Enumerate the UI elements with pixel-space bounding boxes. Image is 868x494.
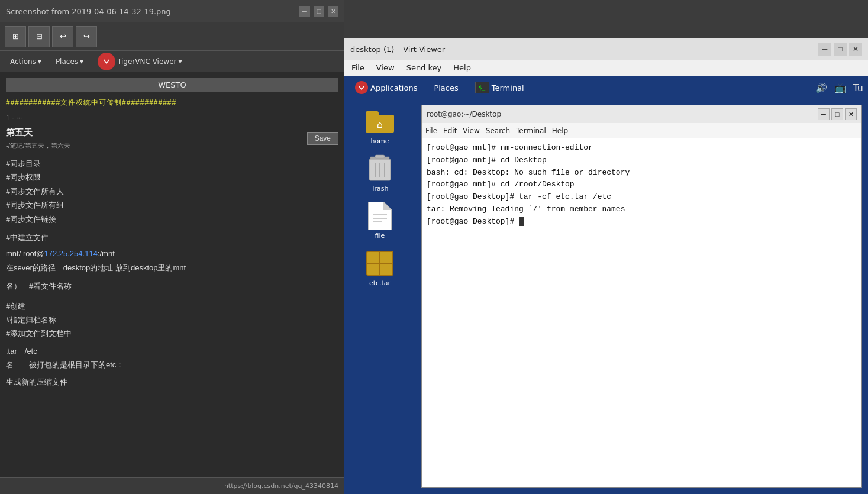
vv-menu-send-key[interactable]: Send key bbox=[404, 62, 444, 73]
term-titlebar: root@gao:~/Desktop ─ □ ✕ bbox=[422, 105, 861, 123]
content-line-10: 名） #看文件名称 bbox=[6, 279, 338, 293]
terminal-icon: $_ bbox=[475, 82, 489, 93]
vv-close-btn[interactable]: ✕ bbox=[849, 43, 862, 56]
term-cursor bbox=[519, 217, 524, 226]
term-menu-terminal[interactable]: Terminal bbox=[516, 127, 546, 135]
term-menu-edit[interactable]: Edit bbox=[443, 127, 457, 135]
content-line-6: #中建立文件 bbox=[6, 231, 338, 244]
sv-fit-btn[interactable]: ⊟ bbox=[28, 26, 50, 47]
content-line-1: #同步目录 bbox=[6, 157, 338, 170]
sv-rotate-right-btn[interactable]: ↪ bbox=[76, 26, 97, 47]
trash-folder-icon bbox=[366, 154, 394, 183]
content-line-14: .tar /etc bbox=[6, 344, 338, 358]
vv-desktop: ⌂ home Trash bbox=[344, 99, 415, 494]
term-line-6: tar: Removing leading `/' from member na… bbox=[427, 204, 857, 216]
vv-appbar-places[interactable]: Places bbox=[428, 81, 464, 95]
desktop-icon-home[interactable]: ⌂ home bbox=[356, 105, 404, 147]
save-button[interactable]: Save bbox=[307, 132, 338, 145]
term-line-1: [root@gao mnt]# nm-connection-editor bbox=[427, 142, 857, 154]
vnc-icon bbox=[98, 53, 115, 70]
vv-titlebar-controls: ─ □ ✕ bbox=[818, 43, 862, 56]
sv-minimize-btn[interactable]: ─ bbox=[299, 6, 310, 17]
home-icon-label: home bbox=[370, 137, 389, 145]
sv-footer: https://blog.csdn.net/qq_43340814 bbox=[0, 477, 344, 494]
package-icon bbox=[366, 249, 394, 277]
content-line-2: #同步权限 bbox=[6, 170, 338, 184]
virt-viewer: desktop (1) – Virt Viewer ─ □ ✕ File Vie… bbox=[344, 38, 868, 494]
sv-text-content: ############文件权统中可传制############ 1 - ···… bbox=[6, 96, 338, 389]
screenshot-viewer: Screenshot from 2019-04-06 14-32-19.png … bbox=[0, 0, 344, 494]
svg-rect-6 bbox=[375, 155, 385, 158]
desktop-icon-file[interactable]: file bbox=[356, 199, 404, 242]
term-line-3: bash: cd: Desktop: No such file or direc… bbox=[427, 167, 857, 179]
term-content[interactable]: [root@gao mnt]# nm-connection-editor [ro… bbox=[422, 138, 861, 487]
chevron-down-icon: ▾ bbox=[178, 57, 182, 66]
content-line-16: 生成新的压缩文件 bbox=[6, 375, 338, 389]
term-menubar: File Edit View Search Terminal Help bbox=[422, 123, 861, 138]
time-display: Tu bbox=[853, 82, 863, 93]
page-counter: 1 - ··· bbox=[6, 112, 338, 125]
vv-maximize-btn[interactable]: □ bbox=[834, 43, 847, 56]
terminal-window: root@gao:~/Desktop ─ □ ✕ File Edit View … bbox=[421, 105, 862, 488]
vv-appbar: Applications Places $_ Terminal 🔊 📺 Tu bbox=[344, 76, 868, 99]
vv-appbar-terminal[interactable]: $_ Terminal bbox=[469, 79, 530, 96]
footer-url: https://blog.csdn.net/qq_43340814 bbox=[224, 482, 338, 490]
term-line-4: [root@gao mnt]# cd /root/Desktop bbox=[427, 179, 857, 191]
vv-titlebar: desktop (1) – Virt Viewer ─ □ ✕ bbox=[344, 38, 868, 60]
desktop-icon-etctar[interactable]: etc.tar bbox=[356, 247, 404, 289]
sound-icon: 🔊 bbox=[815, 82, 827, 93]
term-menu-file[interactable]: File bbox=[425, 127, 437, 135]
chevron-down-icon: ▾ bbox=[38, 57, 41, 66]
vv-body: ⌂ home Trash bbox=[344, 99, 868, 494]
term-menu-search[interactable]: Search bbox=[486, 127, 510, 135]
etctar-icon-label: etc.tar bbox=[369, 279, 391, 287]
home-folder-icon: ⌂ bbox=[366, 107, 394, 135]
term-line-5: [root@gao Desktop]# tar -cf etc.tar /etc bbox=[427, 191, 857, 204]
sv-toolbar: ⊞ ⊟ ↩ ↪ bbox=[0, 22, 344, 51]
content-line-13: #添加文件到文档中 bbox=[6, 327, 338, 340]
svg-marker-11 bbox=[368, 202, 392, 230]
term-minimize-btn[interactable]: ─ bbox=[818, 108, 830, 120]
vv-menu-help[interactable]: Help bbox=[451, 62, 473, 73]
vv-title: desktop (1) – Virt Viewer bbox=[350, 45, 445, 54]
content-line-15: 名 被打包的是根目录下的etc： bbox=[6, 358, 338, 372]
sv-close-btn[interactable]: ✕ bbox=[328, 6, 338, 17]
content-line-11: #创建 bbox=[6, 299, 338, 313]
svg-rect-3 bbox=[366, 111, 379, 117]
sv-content-heading: WESTO bbox=[6, 78, 338, 92]
sv-titlebar-controls: ─ □ ✕ bbox=[299, 6, 338, 17]
sv-maximize-btn[interactable]: □ bbox=[314, 6, 324, 17]
vv-appbar-right: 🔊 📺 Tu bbox=[815, 82, 863, 93]
content-line-12: #指定归档名称 bbox=[6, 313, 338, 327]
vv-menubar: File View Send key Help bbox=[344, 60, 868, 76]
vv-appbar-applications[interactable]: Applications bbox=[349, 79, 423, 96]
sv-titlebar: Screenshot from 2019-04-06 14-32-19.png … bbox=[0, 0, 344, 22]
term-menu-help[interactable]: Help bbox=[552, 127, 568, 135]
sv-grid-btn[interactable]: ⊞ bbox=[5, 26, 26, 47]
vv-menu-file[interactable]: File bbox=[349, 62, 367, 73]
display-icon: 📺 bbox=[834, 82, 846, 93]
sv-nav-bar: Actions ▾ Places ▾ TigerVNC Viewer ▾ bbox=[0, 51, 344, 72]
desktop-icon-trash[interactable]: Trash bbox=[356, 152, 404, 195]
sv-rotate-left-btn[interactable]: ↩ bbox=[52, 26, 73, 47]
sv-nav-places[interactable]: Places ▾ bbox=[50, 56, 89, 67]
content-line-8: mnt/ root@172.25.254.114:/mnt bbox=[6, 247, 338, 260]
term-menu-view[interactable]: View bbox=[463, 127, 479, 135]
vv-menu-view[interactable]: View bbox=[374, 62, 397, 73]
term-line-2: [root@gao mnt]# cd Desktop bbox=[427, 154, 857, 167]
sv-content: WESTO ############文件权统中可传制############ 1… bbox=[0, 72, 344, 477]
save-area: 第五天 -/笔记/第五天，第六天 Save bbox=[6, 124, 338, 152]
chevron-down-icon: ▾ bbox=[80, 57, 83, 66]
applications-icon bbox=[355, 81, 368, 94]
svg-text:⌂: ⌂ bbox=[377, 119, 383, 130]
term-line-7: [root@gao Desktop]# bbox=[427, 216, 857, 228]
content-line-9: 在sever的路径 desktop的地址 放到desktop里的mnt bbox=[6, 261, 338, 275]
sv-nav-actions[interactable]: Actions ▾ bbox=[5, 56, 47, 67]
vv-minimize-btn[interactable]: ─ bbox=[818, 43, 831, 56]
term-maximize-btn[interactable]: □ bbox=[831, 108, 843, 120]
sv-nav-vnc[interactable]: TigerVNC Viewer ▾ bbox=[92, 51, 187, 72]
term-close-btn[interactable]: ✕ bbox=[845, 108, 857, 120]
content-line-4: #同步文件所有组 bbox=[6, 198, 338, 212]
sv-title: Screenshot from 2019-04-06 14-32-19.png bbox=[6, 7, 171, 16]
svg-point-0 bbox=[102, 57, 111, 66]
